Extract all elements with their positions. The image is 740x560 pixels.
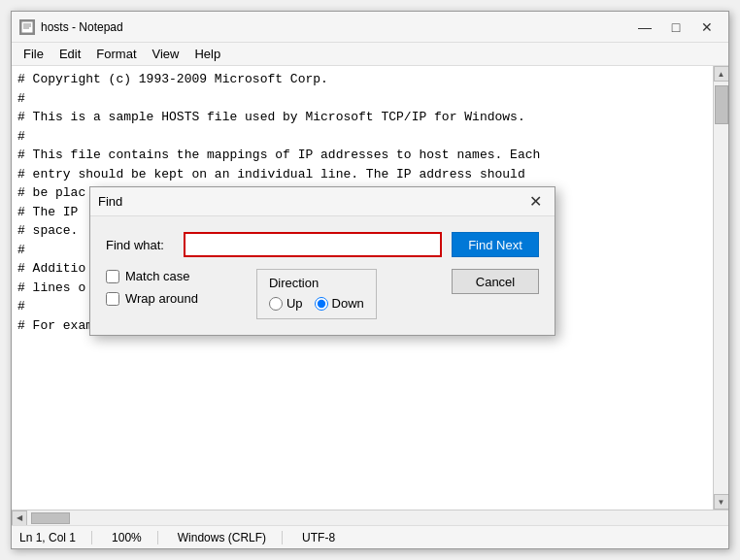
notepad-window: hosts - Notepad — □ ✕ File Edit Format V… xyxy=(11,11,729,549)
direction-down-radio[interactable] xyxy=(315,297,328,311)
vertical-scrollbar[interactable]: ▲ ▼ xyxy=(713,66,728,510)
direction-group: Direction Up Down xyxy=(256,269,377,319)
match-case-label[interactable]: Match case xyxy=(106,269,198,283)
direction-up-label[interactable]: Up xyxy=(269,296,303,311)
wrap-around-text: Wrap around xyxy=(125,291,198,306)
find-close-button[interactable]: ✕ xyxy=(523,191,547,213)
menu-format[interactable]: Format xyxy=(88,45,144,63)
wrap-around-checkbox[interactable] xyxy=(106,292,119,306)
title-bar: hosts - Notepad — □ ✕ xyxy=(12,12,728,43)
menu-edit[interactable]: Edit xyxy=(51,45,88,63)
match-case-checkbox[interactable] xyxy=(106,270,119,283)
menu-bar: File Edit Format View Help xyxy=(12,43,728,66)
close-button[interactable]: ✕ xyxy=(693,16,721,38)
direction-up-radio[interactable] xyxy=(269,297,283,311)
wrap-around-label[interactable]: Wrap around xyxy=(106,291,198,306)
scroll-left-arrow[interactable]: ◀ xyxy=(12,511,27,526)
find-dialog: Find ✕ Find what: Find Next Match case xyxy=(89,186,555,336)
scroll-down-arrow[interactable]: ▼ xyxy=(714,494,729,510)
cursor-position: Ln 1, Col 1 xyxy=(19,531,92,544)
find-dialog-title: Find xyxy=(98,194,523,209)
maximize-button[interactable]: □ xyxy=(662,16,690,38)
status-bar: Ln 1, Col 1 100% Windows (CRLF) UTF-8 xyxy=(12,525,728,548)
find-what-row: Find what: Find Next xyxy=(106,232,539,257)
app-icon xyxy=(19,19,35,35)
match-case-text: Match case xyxy=(125,269,189,283)
direction-options: Up Down xyxy=(269,296,364,311)
window-title: hosts - Notepad xyxy=(41,20,631,34)
direction-legend: Direction xyxy=(269,276,364,290)
find-title-bar: Find ✕ xyxy=(90,187,555,216)
direction-up-text: Up xyxy=(286,296,303,311)
find-what-input[interactable] xyxy=(184,232,442,257)
direction-down-label[interactable]: Down xyxy=(315,296,364,311)
encoding: UTF-8 xyxy=(302,531,351,544)
horizontal-scrollbar[interactable]: ◀ xyxy=(12,510,728,525)
find-next-button[interactable]: Find Next xyxy=(452,232,539,257)
find-body: Find what: Find Next Match case Wrap aro… xyxy=(90,216,555,335)
scroll-thumb-h[interactable] xyxy=(31,512,70,524)
find-options-row: Match case Wrap around Direction Up xyxy=(106,269,539,319)
direction-down-text: Down xyxy=(332,296,364,311)
zoom-level: 100% xyxy=(112,531,158,544)
minimize-button[interactable]: — xyxy=(631,16,658,38)
menu-file[interactable]: File xyxy=(16,45,51,63)
window-controls: — □ ✕ xyxy=(631,16,721,38)
scroll-thumb[interactable] xyxy=(715,85,728,124)
find-what-label: Find what: xyxy=(106,238,184,252)
svg-rect-0 xyxy=(21,21,33,33)
checkboxes-column: Match case Wrap around xyxy=(106,269,198,306)
find-buttons-column: Cancel xyxy=(442,269,539,294)
menu-view[interactable]: View xyxy=(145,45,187,63)
menu-help[interactable]: Help xyxy=(186,45,228,63)
line-ending: Windows (CRLF) xyxy=(178,531,283,544)
cancel-button[interactable]: Cancel xyxy=(452,269,539,294)
scroll-up-arrow[interactable]: ▲ xyxy=(714,66,729,82)
